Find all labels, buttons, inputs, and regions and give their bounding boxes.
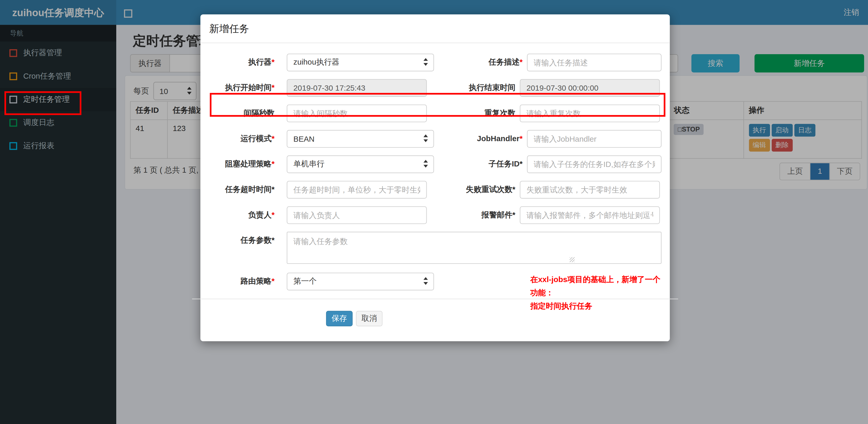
block-strategy-select[interactable]: 单机串行 — [287, 156, 434, 173]
child-job-id-label: 子任务ID* — [434, 156, 523, 169]
executor-label: 执行器* — [209, 54, 275, 67]
annotation-box-dates — [210, 93, 665, 117]
owner-label: 负责人* — [209, 206, 275, 220]
annotation-box-sidebar — [4, 91, 81, 115]
jobhandler-input[interactable] — [527, 130, 661, 148]
start-time-label: 执行开始时间* — [209, 79, 275, 93]
timeout-label: 任务超时时间* — [209, 181, 275, 195]
save-button[interactable]: 保存 — [326, 311, 353, 326]
owner-input[interactable] — [287, 206, 427, 224]
retry-count-input[interactable] — [520, 181, 660, 198]
modal-body: 执行器* zuihou执行器 任务描述* 执行开始时间* 执行结束时间 间隔秒数 — [200, 43, 670, 290]
feature-note: 在xxl-jobs项目的基础上，新增了一个功能： 指定时间执行任务 — [530, 273, 661, 313]
executor-select[interactable]: zuihou执行器 — [287, 54, 434, 71]
add-task-modal: 新增任务 执行器* zuihou执行器 任务描述* 执行开始时间* 执行结束时间 — [200, 14, 670, 341]
resize-grip-icon[interactable] — [569, 257, 575, 262]
job-param-textarea[interactable] — [287, 232, 661, 264]
child-job-id-input[interactable] — [527, 156, 661, 173]
run-mode-select[interactable]: BEAN — [287, 130, 434, 148]
task-desc-label: 任务描述* — [434, 54, 523, 67]
retry-count-label: 失败重试次数* — [427, 181, 515, 195]
select-arrows-icon — [424, 160, 429, 169]
select-arrows-icon — [424, 58, 429, 67]
app-root: zuihou任务调度中心 注销 导航 执行器管理 Cron任务管理 定时任务管理… — [0, 0, 868, 424]
job-param-label: 任务参数* — [209, 232, 275, 246]
route-strategy-label: 路由策略* — [209, 273, 275, 287]
jobhandler-label: JobHandler* — [434, 130, 523, 143]
task-desc-input[interactable] — [527, 54, 661, 71]
alarm-email-label: 报警邮件* — [427, 206, 515, 220]
cancel-button[interactable]: 取消 — [356, 311, 383, 326]
run-mode-label: 运行模式* — [209, 130, 275, 144]
end-time-label: 执行结束时间 — [427, 79, 515, 93]
block-strategy-label: 阻塞处理策略* — [209, 156, 275, 169]
timeout-input[interactable] — [287, 181, 427, 198]
select-arrows-icon — [424, 134, 429, 143]
route-strategy-select[interactable]: 第一个 — [287, 273, 434, 290]
select-arrows-icon — [424, 277, 429, 286]
alarm-email-input[interactable] — [520, 206, 660, 224]
modal-title: 新增任务 — [200, 14, 670, 43]
